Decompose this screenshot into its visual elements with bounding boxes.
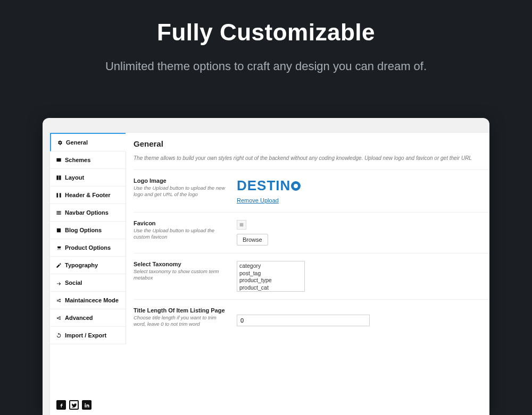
field-title: Title Length Of Item Listing Page [134,307,229,314]
field-hint: Choose title length if you want to trim … [134,315,229,328]
logo-preview: DESTIN [237,177,489,194]
favicon-preview [237,220,246,230]
sidebar-item-label: Header & Footer [65,192,111,198]
sidebar-item-typography[interactable]: Typography [50,257,126,274]
sidebar-item-layout[interactable]: Layout [50,169,126,187]
remove-upload-link[interactable]: Remove Upload [237,197,279,204]
select-option[interactable]: product_cat [237,284,304,292]
linkedin-icon[interactable] [82,400,92,410]
sidebar-item-header-footer[interactable]: Header & Footer [50,187,126,204]
field-logo: Logo Image Use the Upload button to uplo… [134,170,489,213]
svg-rect-7 [56,214,61,214]
facebook-icon[interactable] [56,400,66,410]
select-option[interactable]: category [237,262,304,270]
hero-subtitle: Unlimited theme options to craft any des… [0,60,532,73]
field-title: Select Taxonomy [134,261,229,267]
sidebar-item-label: Product Options [65,244,111,251]
field-title: Favicon [134,220,229,226]
sidebar-item-label: General [66,139,88,146]
sidebar-item-label: Layout [65,174,84,181]
page-description: The theme allows to build your own style… [134,153,489,170]
taxonomy-select[interactable]: category post_tag product_type product_c… [237,261,305,292]
cart-icon [55,244,62,251]
sidebar-item-label: Schemes [65,157,90,163]
sidebar-item-advanced[interactable]: Advanced [50,309,126,327]
svg-rect-6 [56,212,61,213]
layout-icon [55,174,62,181]
svg-rect-1 [56,175,59,180]
field-title: Logo Image [134,177,229,184]
sidebar-item-label: Navbar Options [65,209,109,216]
select-option[interactable]: product_type [237,277,304,284]
field-hint: Use the Upload button to upload the cust… [134,227,229,241]
sidebar-item-label: Typography [65,262,98,268]
sidebar-item-general[interactable]: General [50,133,126,151]
book-icon [55,227,62,233]
bars-icon [55,209,62,216]
refresh-icon [55,332,62,338]
app-window: General Schemes Layout Header & Footer N… [43,118,489,415]
content-area: General The theme allows to build your o… [126,133,489,335]
settings-panel: General Schemes Layout Header & Footer N… [50,133,489,415]
hero-title: Fully Customizable [0,0,532,46]
share-icon [55,280,62,286]
sidebar-item-label: Maintaincece Mode [65,297,119,303]
gear-icon [56,139,63,146]
twitter-icon[interactable] [69,400,79,410]
svg-rect-4 [59,193,61,197]
sidebar-item-import-export[interactable]: Import / Export [50,327,126,344]
svg-rect-5 [56,211,61,211]
browse-button[interactable]: Browse [237,234,268,245]
svg-rect-0 [56,158,61,161]
sidebar-item-blog[interactable]: Blog Options [50,222,126,239]
sidebar-item-schemes[interactable]: Schemes [50,151,126,169]
palette-icon [55,157,62,163]
field-hint: Use the Upload button to upload the new … [134,185,229,198]
title-length-input[interactable] [237,315,370,326]
field-title-length: Title Length Of Item Listing Page Choose… [134,300,489,335]
field-hint: Select taxonomy to show custom term meta… [134,268,229,282]
sidebar-item-label: Advanced [65,315,93,321]
page-title: General [134,133,489,153]
field-taxonomy: Select Taxonomy Select taxonomy to show … [134,253,489,300]
sidebar-item-label: Blog Options [65,227,102,233]
sidebar-item-product[interactable]: Product Options [50,239,126,257]
sidebar-item-social[interactable]: Social [50,274,126,292]
shuffle-icon [55,297,62,303]
svg-rect-2 [59,175,61,180]
sidebar-item-label: Import / Export [65,332,106,338]
sidebar-item-maintenance[interactable]: Maintaincece Mode [50,292,126,309]
sidebar-item-navbar[interactable]: Navbar Options [50,204,126,222]
select-option[interactable]: post_tag [237,270,304,277]
field-favicon: Favicon Use the Upload button to upload … [134,213,489,253]
shuffle-icon [55,315,62,321]
svg-rect-3 [56,193,58,197]
header-icon [55,192,62,198]
sidebar: General Schemes Layout Header & Footer N… [50,133,126,344]
edit-icon [55,262,62,268]
sidebar-item-label: Social [65,280,82,286]
social-footer [56,400,92,410]
